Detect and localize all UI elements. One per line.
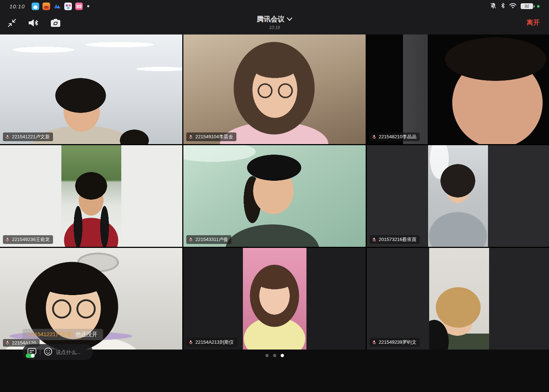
page-dot[interactable] <box>265 354 269 357</box>
meeting-title: 腾讯会议 <box>257 15 285 24</box>
recent-apps <box>32 3 83 10</box>
meeting-app: 10:10 91 <box>0 0 549 392</box>
blue-logo-app-icon <box>53 3 61 10</box>
video-tile[interactable]: 221541221卢文新 <box>0 34 182 144</box>
white-circles-app-icon <box>64 3 72 10</box>
participant-label: 221541221卢文新 <box>3 132 53 141</box>
participant-name: 221541221卢文新 <box>12 134 50 140</box>
participant-label: 221549104李晨金 <box>186 132 236 141</box>
video-tile[interactable]: 22154A213刘斯仪 <box>183 248 366 350</box>
video-tile[interactable]: 221549104李晨金 <box>183 34 366 144</box>
status-dot-icon <box>87 5 89 7</box>
video-feed <box>183 34 366 144</box>
video-feed <box>183 145 366 247</box>
participant-name: 221549236王俞龙 <box>12 236 50 243</box>
participant-name: 22154A213刘斯仪 <box>195 339 234 346</box>
meeting-title-block: 腾讯会议 10:18 <box>0 15 549 30</box>
participant-name: 221543311卢俊 <box>195 236 228 243</box>
leave-meeting-button[interactable]: 离开 <box>526 18 540 27</box>
video-feed <box>367 34 549 144</box>
chat-message-text: 他还没开 <box>76 331 97 338</box>
mic-muted-icon <box>5 135 10 139</box>
mute-bell-icon <box>490 2 497 11</box>
meeting-header: 腾讯会议 10:18 离开 <box>0 12 549 34</box>
danmaku-on-toggle[interactable] <box>26 354 35 358</box>
chat-text-input[interactable] <box>56 349 88 355</box>
participant-name: 201573216蔡依苗 <box>379 236 416 243</box>
video-tile[interactable]: 221549239罗钧文 <box>367 248 549 350</box>
participant-label: 201573216蔡依苗 <box>370 235 420 244</box>
video-grid: 221541221卢文新 221549104李晨金 221548210李晶晶 2… <box>0 34 549 350</box>
meeting-duration: 10:18 <box>0 25 549 30</box>
clock: 10:10 <box>9 3 25 9</box>
video-tile[interactable]: 221548210李晶晶 <box>367 34 549 144</box>
mic-muted-icon <box>5 237 10 242</box>
video-feed <box>0 34 182 144</box>
participant-label: 221549236王俞龙 <box>3 235 53 244</box>
video-tile[interactable]: 221543311卢俊 <box>183 145 366 247</box>
video-tile[interactable]: 221549236王俞龙 <box>0 145 182 247</box>
video-feed <box>183 248 366 350</box>
mic-muted-icon <box>372 135 377 139</box>
bluetooth-icon <box>501 3 505 10</box>
chevron-down-icon <box>287 17 292 21</box>
pink-app-icon <box>75 3 83 10</box>
emoji-icon[interactable] <box>44 347 53 358</box>
participant-label: 22154A213刘斯仪 <box>186 338 237 347</box>
participant-label: 221543311卢俊 <box>186 235 231 244</box>
mic-muted-icon <box>188 135 193 139</box>
mic-muted-icon <box>372 340 377 345</box>
participant-label: 221549239罗钧文 <box>370 338 420 347</box>
video-feed <box>0 145 182 247</box>
chat-message-sender: 221541221卢文新 <box>28 331 72 338</box>
page-dot-active[interactable] <box>281 354 284 357</box>
page-dot[interactable] <box>273 354 276 357</box>
video-tile[interactable]: 201573216蔡依苗 <box>367 145 549 247</box>
orange-app-icon <box>42 3 50 10</box>
participant-label: 221548210李晶晶 <box>370 132 420 141</box>
mic-muted-icon <box>5 340 10 345</box>
participant-name: 221549104李晨金 <box>195 134 233 140</box>
chat-input-bar[interactable] <box>23 344 93 360</box>
mic-muted-icon <box>372 237 377 242</box>
divider <box>40 349 40 355</box>
participant-name: 221549239罗钧文 <box>379 339 416 346</box>
wifi-icon <box>509 3 517 10</box>
mic-muted-icon <box>188 340 193 345</box>
participant-name: 221548210李晶晶 <box>379 134 416 140</box>
danmaku-toggle[interactable] <box>27 348 37 356</box>
chat-message-overlay: 221541221卢文新 他还没开 <box>23 329 103 340</box>
video-feed <box>367 145 549 247</box>
meeting-title-dropdown[interactable]: 腾讯会议 <box>257 15 292 24</box>
mic-muted-icon <box>188 237 193 242</box>
green-status-dot-icon <box>537 5 540 8</box>
system-status-bar: 10:10 91 <box>0 0 549 12</box>
system-indicators: 91 <box>490 2 540 11</box>
qq-app-icon <box>32 3 39 10</box>
battery-indicator: 91 <box>521 3 533 9</box>
video-feed <box>367 248 549 350</box>
